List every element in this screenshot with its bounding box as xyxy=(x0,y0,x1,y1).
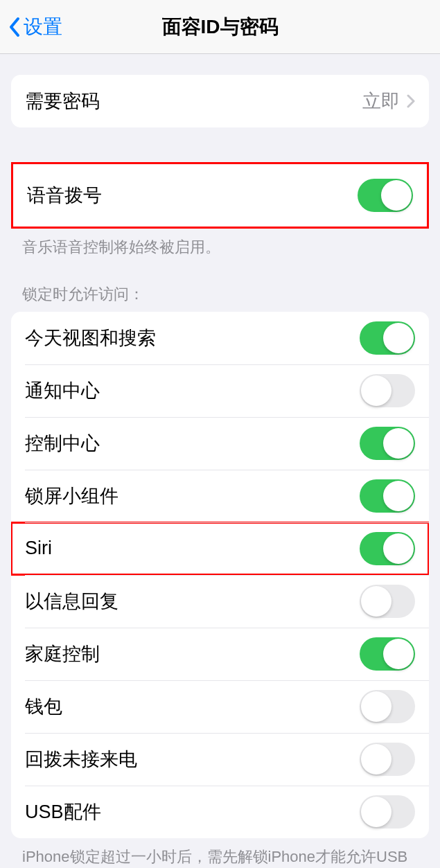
toggle-knob xyxy=(361,797,391,827)
toggle-locked-item[interactable] xyxy=(360,743,415,776)
row-label: 钱包 xyxy=(25,694,62,719)
toggle-voice-dial[interactable] xyxy=(358,179,413,212)
row-locked-item[interactable]: 今天视图和搜索 xyxy=(11,312,429,364)
row-label: 今天视图和搜索 xyxy=(25,326,156,351)
group-locked-access: 今天视图和搜索通知中心控制中心锁屏小组件Siri以信息回复家庭控制钱包回拨未接来… xyxy=(11,312,429,838)
toggle-knob xyxy=(383,323,414,353)
row-locked-item[interactable]: 回拨未接来电 xyxy=(11,733,429,786)
row-label: 以信息回复 xyxy=(25,589,118,614)
locked-section-footer: iPhone锁定超过一小时后，需先解锁iPhone才能允许USB配件连接。 xyxy=(0,838,440,868)
toggle-knob xyxy=(383,428,414,459)
row-label: 锁屏小组件 xyxy=(25,484,118,508)
toggle-knob xyxy=(383,639,414,669)
toggle-locked-item[interactable] xyxy=(360,795,415,829)
row-require-passcode[interactable]: 需要密码 立即 xyxy=(11,75,429,127)
chevron-right-icon xyxy=(407,94,415,108)
toggle-knob xyxy=(383,533,414,564)
toggle-locked-item[interactable] xyxy=(360,427,415,460)
toggle-locked-item[interactable] xyxy=(360,321,415,355)
row-label: 回拨未接来电 xyxy=(25,747,137,772)
row-locked-item[interactable]: Siri xyxy=(11,522,429,575)
row-locked-item[interactable]: 家庭控制 xyxy=(11,628,429,680)
row-locked-item[interactable]: 通知中心 xyxy=(11,364,429,417)
row-label: 控制中心 xyxy=(25,431,100,456)
toggle-knob xyxy=(381,180,412,211)
row-label: 语音拨号 xyxy=(27,183,102,208)
nav-bar: 设置 面容ID与密码 xyxy=(0,0,440,54)
toggle-locked-item[interactable] xyxy=(360,532,415,565)
row-locked-item[interactable]: 控制中心 xyxy=(11,417,429,470)
locked-section-header: 锁定时允许访问： xyxy=(0,258,440,312)
row-locked-item[interactable]: 钱包 xyxy=(11,680,429,733)
row-locked-item[interactable]: USB配件 xyxy=(11,786,429,838)
row-label: 需要密码 xyxy=(25,89,100,114)
toggle-knob xyxy=(361,586,391,617)
row-label: 通知中心 xyxy=(25,378,100,403)
row-label: 家庭控制 xyxy=(25,641,100,666)
page-title: 面容ID与密码 xyxy=(0,14,440,40)
content: 需要密码 立即 语音拨号 音乐语音控制将始终被启用。 锁定时允许访问： 今天视图… xyxy=(0,75,440,868)
toggle-locked-item[interactable] xyxy=(360,690,415,723)
row-locked-item[interactable]: 锁屏小组件 xyxy=(11,470,429,522)
back-button[interactable]: 设置 xyxy=(0,14,62,40)
voice-dial-footer: 音乐语音控制将始终被启用。 xyxy=(0,229,440,258)
group-require-passcode: 需要密码 立即 xyxy=(11,75,429,127)
toggle-knob xyxy=(361,691,391,722)
row-label: Siri xyxy=(25,538,52,559)
chevron-left-icon xyxy=(8,17,21,37)
toggle-locked-item[interactable] xyxy=(360,479,415,513)
row-value: 立即 xyxy=(362,89,400,114)
toggle-locked-item[interactable] xyxy=(360,374,415,407)
row-locked-item[interactable]: 以信息回复 xyxy=(11,575,429,628)
toggle-locked-item[interactable] xyxy=(360,637,415,671)
toggle-knob xyxy=(361,744,391,774)
back-label: 设置 xyxy=(24,14,62,40)
row-voice-dial[interactable]: 语音拨号 xyxy=(13,164,427,227)
group-voice-dial: 语音拨号 xyxy=(11,162,429,229)
toggle-knob xyxy=(361,375,391,406)
toggle-knob xyxy=(383,481,414,511)
toggle-locked-item[interactable] xyxy=(360,585,415,618)
row-right: 立即 xyxy=(362,89,415,114)
row-label: USB配件 xyxy=(25,799,101,824)
